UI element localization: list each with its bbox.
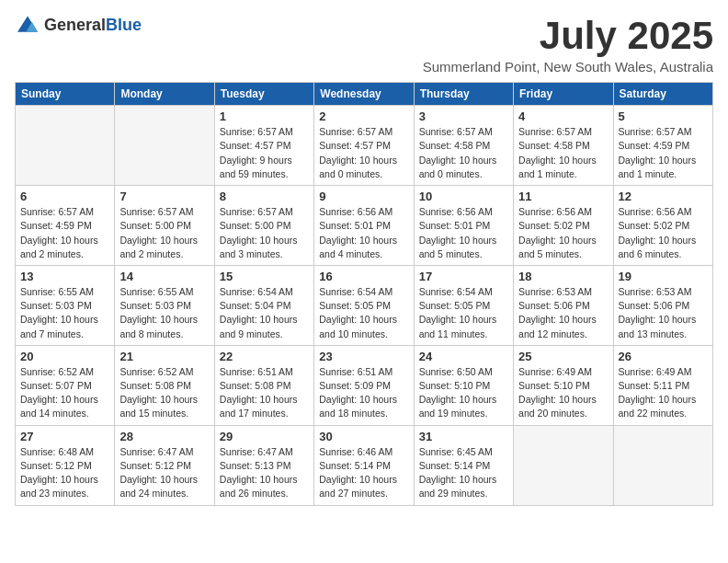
day-number: 2 [319, 109, 408, 123]
logo-blue: Blue [106, 16, 142, 34]
week-row-1: 1Sunrise: 6:57 AM Sunset: 4:57 PM Daylig… [16, 106, 713, 186]
day-number: 28 [119, 430, 209, 443]
day-cell: 28Sunrise: 6:47 AM Sunset: 5:12 PM Dayli… [115, 425, 214, 505]
day-number: 7 [119, 190, 209, 203]
location-title: Summerland Point, New South Wales, Austr… [423, 59, 713, 75]
day-info: Sunrise: 6:56 AM Sunset: 5:02 PM Dayligh… [619, 205, 708, 261]
day-number: 23 [319, 350, 408, 363]
day-cell: 29Sunrise: 6:47 AM Sunset: 5:13 PM Dayli… [214, 425, 313, 505]
day-cell: 30Sunrise: 6:46 AM Sunset: 5:14 PM Dayli… [314, 425, 414, 505]
day-number: 24 [419, 350, 508, 363]
day-info: Sunrise: 6:55 AM Sunset: 5:03 PM Dayligh… [119, 285, 209, 341]
day-number: 3 [419, 109, 508, 123]
day-number: 18 [518, 270, 608, 283]
day-info: Sunrise: 6:51 AM Sunset: 5:08 PM Dayligh… [220, 365, 309, 421]
day-info: Sunrise: 6:47 AM Sunset: 5:13 PM Dayligh… [220, 445, 309, 501]
day-cell: 1Sunrise: 6:57 AM Sunset: 4:57 PM Daylig… [214, 106, 313, 186]
day-cell [115, 106, 214, 186]
weekday-header-thursday: Thursday [414, 83, 513, 106]
weekday-header-wednesday: Wednesday [314, 83, 414, 106]
day-cell: 13Sunrise: 6:55 AM Sunset: 5:03 PM Dayli… [16, 265, 115, 345]
day-number: 13 [20, 270, 109, 283]
day-info: Sunrise: 6:56 AM Sunset: 5:02 PM Dayligh… [518, 205, 608, 261]
day-number: 4 [518, 109, 608, 123]
day-info: Sunrise: 6:57 AM Sunset: 4:58 PM Dayligh… [518, 125, 608, 181]
day-info: Sunrise: 6:46 AM Sunset: 5:14 PM Dayligh… [319, 445, 408, 501]
day-info: Sunrise: 6:57 AM Sunset: 4:58 PM Dayligh… [419, 125, 508, 181]
day-info: Sunrise: 6:54 AM Sunset: 5:05 PM Dayligh… [419, 285, 508, 341]
day-info: Sunrise: 6:57 AM Sunset: 5:00 PM Dayligh… [119, 205, 209, 261]
day-number: 11 [518, 190, 608, 203]
logo-icon [15, 15, 40, 35]
day-info: Sunrise: 6:45 AM Sunset: 5:14 PM Dayligh… [419, 445, 508, 501]
day-cell: 23Sunrise: 6:51 AM Sunset: 5:09 PM Dayli… [314, 345, 414, 425]
day-info: Sunrise: 6:57 AM Sunset: 4:57 PM Dayligh… [319, 125, 408, 181]
day-cell: 18Sunrise: 6:53 AM Sunset: 5:06 PM Dayli… [514, 265, 613, 345]
day-cell: 16Sunrise: 6:54 AM Sunset: 5:05 PM Dayli… [314, 265, 414, 345]
day-info: Sunrise: 6:49 AM Sunset: 5:11 PM Dayligh… [619, 365, 708, 421]
day-number: 17 [419, 270, 508, 283]
calendar-table: SundayMondayTuesdayWednesdayThursdayFrid… [15, 82, 713, 505]
day-cell [16, 106, 115, 186]
day-info: Sunrise: 6:48 AM Sunset: 5:12 PM Dayligh… [20, 445, 109, 501]
day-info: Sunrise: 6:49 AM Sunset: 5:10 PM Dayligh… [518, 365, 608, 421]
day-info: Sunrise: 6:57 AM Sunset: 4:57 PM Dayligh… [220, 125, 309, 181]
day-cell [514, 425, 613, 505]
day-cell: 9Sunrise: 6:56 AM Sunset: 5:01 PM Daylig… [314, 186, 414, 266]
day-cell [613, 425, 712, 505]
day-info: Sunrise: 6:52 AM Sunset: 5:08 PM Dayligh… [119, 365, 209, 421]
day-number: 9 [319, 190, 408, 203]
day-cell: 25Sunrise: 6:49 AM Sunset: 5:10 PM Dayli… [514, 345, 613, 425]
day-cell: 14Sunrise: 6:55 AM Sunset: 5:03 PM Dayli… [115, 265, 214, 345]
weekday-header-sunday: Sunday [16, 83, 115, 106]
day-cell: 7Sunrise: 6:57 AM Sunset: 5:00 PM Daylig… [115, 186, 214, 266]
week-row-3: 13Sunrise: 6:55 AM Sunset: 5:03 PM Dayli… [16, 265, 713, 345]
day-info: Sunrise: 6:56 AM Sunset: 5:01 PM Dayligh… [319, 205, 408, 261]
day-number: 16 [319, 270, 408, 283]
day-number: 6 [20, 190, 109, 203]
day-info: Sunrise: 6:57 AM Sunset: 4:59 PM Dayligh… [20, 205, 109, 261]
day-number: 19 [619, 270, 708, 283]
day-number: 21 [119, 350, 209, 363]
day-cell: 4Sunrise: 6:57 AM Sunset: 4:58 PM Daylig… [514, 106, 613, 186]
day-info: Sunrise: 6:57 AM Sunset: 4:59 PM Dayligh… [619, 125, 708, 181]
day-info: Sunrise: 6:55 AM Sunset: 5:03 PM Dayligh… [20, 285, 109, 341]
day-info: Sunrise: 6:52 AM Sunset: 5:07 PM Dayligh… [20, 365, 109, 421]
day-cell: 22Sunrise: 6:51 AM Sunset: 5:08 PM Dayli… [214, 345, 313, 425]
logo: GeneralBlue [15, 15, 142, 35]
day-info: Sunrise: 6:57 AM Sunset: 5:00 PM Dayligh… [220, 205, 309, 261]
day-cell: 12Sunrise: 6:56 AM Sunset: 5:02 PM Dayli… [613, 186, 712, 266]
weekday-header-monday: Monday [115, 83, 214, 106]
logo-text: GeneralBlue [44, 16, 142, 35]
day-cell: 24Sunrise: 6:50 AM Sunset: 5:10 PM Dayli… [414, 345, 513, 425]
weekday-header-friday: Friday [514, 83, 613, 106]
day-number: 26 [619, 350, 708, 363]
day-number: 22 [220, 350, 309, 363]
week-row-4: 20Sunrise: 6:52 AM Sunset: 5:07 PM Dayli… [16, 345, 713, 425]
day-cell: 2Sunrise: 6:57 AM Sunset: 4:57 PM Daylig… [314, 106, 414, 186]
day-info: Sunrise: 6:53 AM Sunset: 5:06 PM Dayligh… [518, 285, 608, 341]
title-block: July 2025 Summerland Point, New South Wa… [423, 15, 713, 75]
day-cell: 8Sunrise: 6:57 AM Sunset: 5:00 PM Daylig… [214, 186, 313, 266]
day-cell: 20Sunrise: 6:52 AM Sunset: 5:07 PM Dayli… [16, 345, 115, 425]
logo-general: General [44, 16, 106, 34]
day-number: 29 [220, 430, 309, 443]
month-title: July 2025 [423, 15, 713, 57]
weekday-header-row: SundayMondayTuesdayWednesdayThursdayFrid… [16, 83, 713, 106]
day-cell: 11Sunrise: 6:56 AM Sunset: 5:02 PM Dayli… [514, 186, 613, 266]
day-number: 5 [619, 109, 708, 123]
weekday-header-tuesday: Tuesday [214, 83, 313, 106]
day-number: 27 [20, 430, 109, 443]
day-number: 12 [619, 190, 708, 203]
day-cell: 5Sunrise: 6:57 AM Sunset: 4:59 PM Daylig… [613, 106, 712, 186]
day-info: Sunrise: 6:54 AM Sunset: 5:05 PM Dayligh… [319, 285, 408, 341]
day-number: 25 [518, 350, 608, 363]
page-header: GeneralBlue July 2025 Summerland Point, … [15, 15, 713, 75]
weekday-header-saturday: Saturday [613, 83, 712, 106]
day-info: Sunrise: 6:54 AM Sunset: 5:04 PM Dayligh… [220, 285, 309, 341]
week-row-5: 27Sunrise: 6:48 AM Sunset: 5:12 PM Dayli… [16, 425, 713, 505]
day-cell: 19Sunrise: 6:53 AM Sunset: 5:06 PM Dayli… [613, 265, 712, 345]
day-number: 31 [419, 430, 508, 443]
day-cell: 31Sunrise: 6:45 AM Sunset: 5:14 PM Dayli… [414, 425, 513, 505]
day-number: 15 [220, 270, 309, 283]
